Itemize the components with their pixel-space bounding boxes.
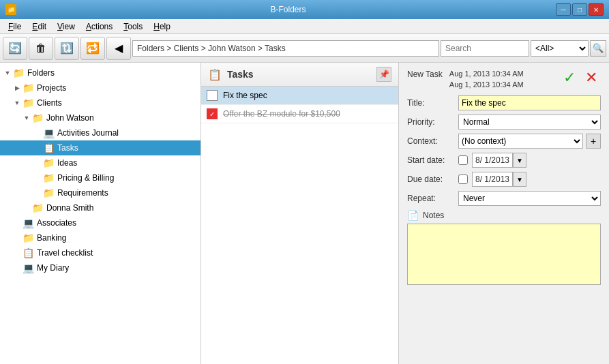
- nav-back-button[interactable]: 🔄: [3, 37, 27, 60]
- titlebar: 📁 B-Folders ─ □ ✕: [0, 0, 609, 19]
- search-input[interactable]: [441, 40, 529, 57]
- new-task-actions: ✓ ✕: [560, 68, 601, 87]
- start-date-row: Start date: 8/ 1/2013 ▼: [407, 153, 601, 168]
- context-add-button[interactable]: +: [586, 134, 601, 149]
- sidebar-label-ideas: Ideas: [57, 158, 77, 168]
- task-checkbox-1[interactable]: [207, 90, 218, 101]
- close-button[interactable]: ✕: [589, 3, 604, 16]
- expander-requirements: [33, 188, 42, 198]
- expander-folders: ▼: [3, 68, 12, 78]
- expander-donna: [22, 203, 31, 213]
- expander-tasks: [33, 143, 42, 153]
- title-label: Title:: [407, 98, 458, 108]
- nav-refresh-button[interactable]: 🔁: [80, 37, 105, 60]
- diary-icon: 💻: [22, 262, 34, 274]
- new-task-datetime: Aug 1, 2013 10:34 AM Aug 1, 2013 10:34 A…: [449, 68, 554, 90]
- sidebar-item-diary[interactable]: 💻 My Diary: [0, 260, 200, 275]
- toolbar: 🔄 🗑 🔃 🔁 ◀ Folders > Clients > John Watso…: [0, 34, 609, 63]
- sidebar-item-pricing-billing[interactable]: 📁 Pricing & Billing: [0, 170, 200, 185]
- sidebar-item-donna-smith[interactable]: 📁 Donna Smith: [0, 200, 200, 215]
- minimize-button[interactable]: ─: [556, 3, 571, 16]
- repeat-select[interactable]: Never Daily Weekly Monthly Yearly: [458, 191, 601, 206]
- sidebar-item-requirements[interactable]: 📁 Requirements: [0, 185, 200, 200]
- travel-icon: 📋: [22, 247, 34, 259]
- priority-label: Priority:: [407, 117, 458, 127]
- pin-button[interactable]: 📌: [376, 67, 391, 82]
- priority-select[interactable]: Low Normal High Urgent: [458, 115, 601, 130]
- notes-label: Notes: [423, 211, 444, 220]
- sidebar-item-tasks[interactable]: 📋 Tasks: [0, 140, 200, 155]
- start-date-picker-button[interactable]: ▼: [513, 153, 526, 168]
- app-icon: 📁: [5, 4, 16, 15]
- expander-banking: [12, 233, 22, 243]
- sidebar-item-activities-journal[interactable]: 💻 Activities Journal: [0, 125, 200, 140]
- sidebar-item-associates[interactable]: 💻 Associates: [0, 215, 200, 230]
- folder-icon: 📁: [12, 67, 25, 79]
- new-task-label: New Task: [407, 70, 443, 79]
- priority-row: Priority: Low Normal High Urgent: [407, 115, 601, 130]
- sidebar-label-donna: Donna Smith: [46, 203, 93, 213]
- sidebar-item-john-watson[interactable]: ▼ 📁 John Watson: [0, 110, 200, 125]
- task-checkbox-2[interactable]: ✓: [207, 108, 218, 119]
- task-label-1: Fix the spec: [223, 91, 267, 100]
- notes-header: 📄 Notes: [407, 210, 601, 221]
- nav-left-button[interactable]: ◀: [106, 37, 131, 60]
- tasks-panel-icon: 📋: [208, 68, 222, 81]
- context-row: Context: (No context) +: [407, 134, 601, 149]
- sidebar-label-clients: Clients: [37, 98, 62, 108]
- notes-textarea[interactable]: [407, 224, 601, 285]
- sidebar-label-travel: Travel checklist: [37, 248, 93, 258]
- menu-edit[interactable]: Edit: [27, 20, 52, 33]
- start-date-value: 8/ 1/2013: [472, 153, 513, 168]
- cancel-task-button[interactable]: ✕: [582, 68, 601, 87]
- search-button[interactable]: 🔍: [590, 40, 606, 57]
- sidebar-item-clients[interactable]: ▼ 📁 Clients: [0, 95, 200, 110]
- activities-icon: 💻: [42, 127, 55, 139]
- title-input[interactable]: [458, 95, 601, 110]
- banking-icon: 📁: [22, 232, 34, 244]
- sidebar-label-john-watson: John Watson: [46, 113, 94, 123]
- sidebar-item-folders[interactable]: ▼ 📁 Folders: [0, 65, 200, 80]
- new-task-date2: Aug 1, 2013 10:34 AM: [449, 79, 554, 90]
- notes-section: 📄 Notes: [407, 210, 601, 287]
- sidebar-item-banking[interactable]: 📁 Banking: [0, 230, 200, 245]
- sidebar-label-activities: Activities Journal: [57, 128, 119, 138]
- tasks-panel: 📋 Tasks 📌 Fix the spec ✓ Offer the BZ mo…: [201, 63, 399, 364]
- expander-travel: [12, 248, 22, 258]
- nav-delete-button[interactable]: 🗑: [29, 37, 53, 60]
- due-date-picker-button[interactable]: ▼: [513, 172, 526, 187]
- menu-file[interactable]: File: [3, 20, 27, 33]
- maximize-button[interactable]: □: [572, 3, 587, 16]
- start-date-checkbox[interactable]: [458, 155, 468, 165]
- confirm-task-button[interactable]: ✓: [560, 68, 579, 87]
- menu-tools[interactable]: Tools: [118, 20, 148, 33]
- pricing-icon: 📁: [42, 172, 55, 184]
- task-label-2: Offer the BZ module for $10,500: [223, 109, 340, 119]
- nav-forward-button[interactable]: 🔃: [55, 37, 79, 60]
- sidebar-label-banking: Banking: [37, 233, 66, 243]
- task-item-2[interactable]: ✓ Offer the BZ module for $10,500: [201, 105, 398, 123]
- projects-icon: 📁: [22, 82, 34, 94]
- notes-icon: 📄: [407, 210, 419, 221]
- repeat-row: Repeat: Never Daily Weekly Monthly Yearl…: [407, 191, 601, 206]
- due-date-checkbox[interactable]: [458, 175, 468, 184]
- context-select[interactable]: (No context): [458, 134, 583, 149]
- sidebar-item-projects[interactable]: ▶ 📁 Projects: [0, 80, 200, 95]
- menu-help[interactable]: Help: [148, 20, 176, 33]
- tasks-icon: 📋: [42, 142, 55, 154]
- sidebar-item-travel[interactable]: 📋 Travel checklist: [0, 245, 200, 260]
- task-item-1[interactable]: Fix the spec: [201, 87, 398, 105]
- menu-view[interactable]: View: [52, 20, 80, 33]
- expander-pricing: [33, 173, 42, 183]
- address-bar: Folders > Clients > John Watson > Tasks: [132, 40, 439, 57]
- filter-select[interactable]: <All> Active Completed: [531, 40, 589, 57]
- sidebar-item-ideas[interactable]: 📁 Ideas: [0, 155, 200, 170]
- due-date-value: 8/ 1/2013: [472, 172, 513, 187]
- donna-icon: 📁: [31, 202, 44, 214]
- menu-actions[interactable]: Actions: [80, 20, 118, 33]
- title-row: Title:: [407, 95, 601, 110]
- sidebar-label-tasks: Tasks: [57, 143, 78, 153]
- expander-associates: [12, 218, 22, 228]
- due-date-row: Due date: 8/ 1/2013 ▼: [407, 172, 601, 187]
- expander-ideas: [33, 158, 42, 168]
